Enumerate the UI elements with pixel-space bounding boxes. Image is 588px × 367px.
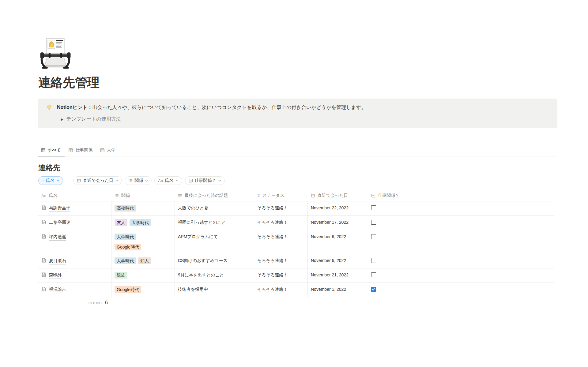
page-title[interactable]: 連絡先管理 (38, 75, 557, 90)
column-header[interactable]: Aa 氏名 (38, 190, 111, 201)
table-row: 森鴎外 親族 9月に本を出すとのこと そろそろ連絡！ November 21, … (38, 268, 554, 283)
contact-name-link[interactable]: 与謝野晶子 (49, 205, 70, 212)
relation-tag: 大学時代 (115, 257, 136, 264)
date-cell[interactable]: November 22, 2022 (308, 201, 368, 215)
column-header[interactable]: 最後に会った時の話題 (175, 190, 254, 201)
sort-pill[interactable]: ↑ 氏名 (38, 176, 63, 185)
name-cell[interactable]: 坪内逍遥 (38, 230, 111, 254)
page-icon (41, 219, 47, 225)
chevron-down-icon (145, 179, 148, 182)
status-cell: そろそろ連絡！ (254, 201, 308, 215)
work-cell[interactable] (368, 201, 554, 215)
contact-name-link[interactable]: 福澤諭吉 (49, 286, 66, 293)
toggle-arrow-icon: ▶ (61, 115, 63, 123)
view-tabs: すべて 仕事関係 大学 (38, 148, 557, 156)
relation-cell[interactable]: 親族 (111, 268, 175, 283)
contact-name-link[interactable]: 坪内逍遥 (49, 234, 66, 241)
relation-cell[interactable]: 高校時代 (111, 201, 175, 215)
card-index-icon[interactable] (38, 36, 73, 70)
database-title[interactable]: 連絡先 (38, 163, 557, 172)
contact-name-link[interactable]: 夏目漱石 (49, 257, 66, 264)
work-cell[interactable] (368, 268, 554, 283)
filter-pill[interactable]: 関係 (125, 176, 152, 185)
work-checkbox[interactable] (371, 205, 376, 210)
formula-icon: Σ (257, 193, 260, 198)
column-header-label: 直近で会った日 (318, 193, 348, 198)
sort-label: 氏名 (46, 178, 55, 183)
contact-name-link[interactable]: 二葉亭四迷 (49, 219, 70, 226)
status-cell: そろそろ連絡！ (254, 216, 308, 230)
relation-tag: Google時代 (115, 286, 141, 293)
relation-cell[interactable]: 友人大学時代 (111, 216, 175, 230)
name-cell[interactable]: 与謝野晶子 (38, 201, 111, 215)
date-cell[interactable]: November 6, 2022 (308, 254, 368, 268)
topic-cell[interactable]: 技術者を採用中 (175, 283, 254, 297)
work-checkbox[interactable] (371, 287, 376, 292)
work-cell[interactable] (368, 230, 554, 254)
view-tab-1[interactable]: すべて (38, 148, 65, 156)
toggle-label: テンプレートの使用方法 (66, 115, 121, 123)
topic-cell[interactable]: 9月に本を出すとのこと (175, 268, 254, 283)
filter-pill[interactable]: 直近で会った日 (73, 176, 122, 185)
work-cell[interactable] (368, 216, 554, 230)
work-checkbox[interactable] (371, 220, 376, 225)
topic-cell[interactable]: 福岡に引っ越すとのこと (175, 216, 254, 230)
date-icon (77, 178, 81, 183)
column-header[interactable]: 関係 (111, 190, 175, 201)
toolbar-divider (68, 178, 68, 183)
name-cell[interactable]: 福澤諭吉 (38, 283, 111, 297)
relation-cell[interactable]: 大学時代知人 (111, 254, 175, 268)
name-cell[interactable]: 二葉亭四迷 (38, 216, 111, 230)
work-checkbox[interactable] (371, 258, 376, 263)
topic-cell[interactable]: CS向けのおすすめコース (175, 254, 254, 268)
title-icon: Aa (41, 193, 47, 198)
column-header[interactable]: 仕事関係？ (368, 190, 554, 201)
date-cell[interactable]: November 1, 2022 (308, 283, 368, 297)
column-header[interactable]: 直近で会った日 (308, 190, 368, 201)
work-cell[interactable] (368, 283, 554, 297)
hint-callout: Notionヒント：出会った人々や、彼らについて知っていること、次にいつコンタク… (38, 99, 557, 128)
relation-tag: 大学時代 (115, 234, 136, 240)
filter-pills: 直近で会った日 関係 Aa 氏名 仕事関係？ (73, 176, 225, 185)
view-tab-label: すべて (48, 148, 61, 153)
contact-name-link[interactable]: 森鴎外 (49, 272, 62, 279)
filter-toolbar: ↑ 氏名 直近で会った日 関係 Aa 氏名 仕事関係？ (38, 176, 557, 185)
column-header[interactable]: Σ ステータス (254, 190, 308, 201)
name-cell[interactable]: 森鴎外 (38, 268, 111, 283)
name-cell[interactable]: 夏目漱石 (38, 254, 111, 268)
filter-pill[interactable]: 仕事関係？ (185, 176, 225, 185)
page-icon (41, 286, 47, 292)
template-usage-toggle[interactable]: ▶ テンプレートの使用方法 (61, 115, 366, 123)
column-header-label: 関係 (121, 193, 130, 198)
filter-pill[interactable]: Aa 氏名 (154, 176, 182, 185)
view-tab-3[interactable]: 大学 (97, 148, 119, 156)
table-header-row: Aa 氏名 関係 最後に会った時の話題 Σ ステータス 直近で会った日 仕事関係… (38, 190, 554, 201)
date-cell[interactable]: November 17, 2022 (308, 216, 368, 230)
filter-pill-label: 関係 (134, 178, 143, 183)
topic-cell[interactable]: APMプログラムにて (175, 230, 254, 254)
status-cell: そろそろ連絡！ (254, 283, 308, 297)
checkbox-icon (371, 193, 375, 198)
work-checkbox[interactable] (371, 272, 376, 277)
relation-cell[interactable]: Google時代 (111, 283, 175, 297)
date-icon (311, 193, 315, 198)
table-row: 福澤諭吉 Google時代 技術者を採用中 そろそろ連絡！ November 1… (38, 283, 554, 297)
work-checkbox[interactable] (371, 234, 376, 239)
count-footer[interactable]: COUNT 6 (38, 297, 111, 305)
table-row: 夏目漱石 大学時代知人 CS向けのおすすめコース そろそろ連絡！ Novembe… (38, 254, 554, 268)
topic-cell[interactable]: 大阪でのひと夏 (175, 201, 254, 215)
view-tab-2[interactable]: 仕事関係 (66, 148, 96, 156)
column-header-label: 仕事関係？ (378, 193, 399, 198)
column-header-label: ステータス (262, 193, 284, 198)
date-cell[interactable]: November 6, 2022 (308, 230, 368, 254)
filter-pill-label: 直近で会った日 (83, 178, 113, 183)
relation-cell[interactable]: 大学時代Google時代 (111, 230, 175, 254)
relation-tag: 親族 (115, 272, 127, 279)
date-cell[interactable]: November 21, 2022 (308, 268, 368, 283)
work-cell[interactable] (368, 254, 554, 268)
relation-tag: 高校時代 (115, 205, 136, 212)
lightbulb-icon (46, 104, 53, 111)
callout-bold-label: Notionヒント： (57, 105, 92, 110)
checkbox-icon (189, 178, 193, 183)
count-value: 6 (105, 300, 108, 305)
